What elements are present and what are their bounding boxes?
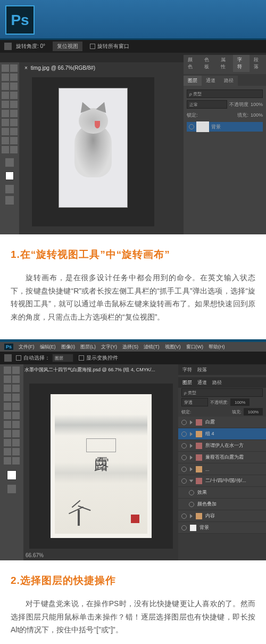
dodge-tool-icon[interactable] [4, 430, 11, 437]
eraser-tool-icon[interactable] [12, 412, 20, 419]
zoom-level[interactable]: 66.67% [26, 552, 44, 558]
layer-bg-2[interactable]: 背景 [178, 522, 266, 534]
fill-value-2[interactable]: 100% [244, 408, 263, 415]
visibility-icon[interactable] [181, 478, 187, 484]
dodge-tool-icon[interactable] [10, 119, 18, 126]
visibility-icon[interactable] [181, 420, 187, 425]
show-transform-checkbox[interactable] [79, 355, 84, 361]
eyedropper-tool-icon[interactable] [10, 83, 18, 90]
fill-value[interactable]: 100% [251, 112, 263, 118]
stamp-tool-icon[interactable] [12, 403, 20, 410]
layer-color-overlay[interactable]: 颜色叠加 [178, 499, 266, 510]
menu-window[interactable]: 窗口(W) [186, 344, 204, 350]
visibility-icon[interactable] [189, 502, 194, 507]
artboard-tool-icon[interactable] [12, 366, 20, 374]
blend-mode-2[interactable]: 穿透 [181, 398, 208, 406]
move-tool-icon[interactable] [2, 64, 9, 72]
stamp-tool-icon[interactable] [2, 101, 9, 108]
reset-view-button[interactable]: 复位视图 [53, 42, 82, 51]
visibility-icon[interactable] [181, 513, 187, 519]
heal-tool-icon[interactable] [2, 92, 9, 99]
screen-mode-icon[interactable] [5, 196, 14, 205]
visibility-icon[interactable] [189, 124, 194, 129]
wand-tool-icon[interactable] [10, 74, 18, 81]
hand-tool-icon[interactable] [2, 146, 9, 153]
edit-toolbar-icon[interactable] [5, 158, 14, 167]
chevron-down-icon[interactable] [189, 479, 194, 482]
path-tool-icon[interactable] [2, 137, 9, 144]
history-brush-icon[interactable] [4, 412, 11, 419]
brush-tool-icon[interactable] [4, 403, 11, 410]
canvas[interactable] [32, 77, 154, 226]
visibility-icon[interactable] [181, 467, 187, 472]
gradient-tool-icon[interactable] [4, 421, 11, 428]
tab-layers-2[interactable]: 图层 [182, 379, 192, 386]
chevron-right-icon[interactable] [190, 467, 193, 471]
brush-tool-icon[interactable] [10, 92, 18, 99]
tab-paragraph-2[interactable]: 段落 [197, 366, 207, 373]
shape-tool-icon[interactable] [4, 448, 11, 455]
chevron-right-icon[interactable] [190, 444, 193, 448]
history-brush-icon[interactable] [10, 101, 18, 108]
pen-tool-icon[interactable] [12, 430, 20, 437]
blur-tool-icon[interactable] [12, 421, 20, 428]
marquee-tool-icon[interactable] [4, 376, 11, 383]
kind-filter[interactable]: ρ 类型 [187, 89, 263, 98]
layer-suowei[interactable]: 所谓伊人在水一方 [178, 440, 266, 452]
pen-tool-icon[interactable] [2, 128, 9, 135]
tab-swatches[interactable]: 色板 [200, 55, 217, 72]
layer-bailu[interactable]: 白露 [178, 417, 266, 428]
opacity-value[interactable]: 100% [251, 102, 263, 107]
layer-background[interactable]: 背景 [187, 122, 263, 132]
layer-thumbnail[interactable] [196, 121, 209, 132]
chevron-right-icon[interactable] [190, 455, 193, 460]
auto-select-target[interactable]: 图层 [52, 354, 73, 362]
layer-effects[interactable]: 效果 [178, 487, 266, 499]
mask-mode-icon[interactable] [7, 485, 16, 493]
chevron-right-icon[interactable] [190, 432, 193, 436]
zoom-tool-icon[interactable] [10, 146, 18, 153]
visibility-icon[interactable] [181, 455, 187, 460]
mask-mode-icon[interactable] [5, 185, 14, 193]
menu-file[interactable]: 文件(F) [19, 344, 35, 350]
crop-tool-icon[interactable] [12, 385, 20, 392]
auto-select-checkbox[interactable] [16, 355, 21, 361]
lasso-tool-icon[interactable] [12, 376, 20, 383]
tab-channels-2[interactable]: 通道 [197, 379, 207, 386]
tab-color[interactable]: 颜色 [184, 55, 200, 72]
layer-content[interactable]: 内容 [178, 510, 266, 522]
foreground-swatch[interactable] [7, 470, 16, 480]
layer-jianjia[interactable]: 蒹葭苍苍白露为霜 [178, 452, 266, 463]
visibility-icon[interactable] [181, 431, 187, 437]
type-tool-icon[interactable] [10, 128, 18, 135]
tab-close-icon[interactable]: × [24, 65, 28, 71]
eraser-tool-icon[interactable] [2, 110, 9, 117]
document-tab-2[interactable]: 水墨中国风二十四节气白露海报.psd @ 66.7% (组 4, CMYK/..… [19, 364, 161, 375]
visibility-icon[interactable] [189, 490, 194, 495]
canvas-2[interactable]: 白露 [29, 384, 173, 549]
blur-tool-icon[interactable] [2, 119, 9, 126]
visibility-icon[interactable] [181, 525, 187, 531]
rotate-icon[interactable] [4, 43, 12, 50]
kind-filter-2[interactable]: ρ 类型 [181, 388, 263, 397]
chevron-right-icon[interactable] [190, 514, 193, 518]
heal-tool-icon[interactable] [12, 394, 20, 401]
eyedropper-tool-icon[interactable] [4, 394, 11, 401]
menu-image[interactable]: 图像(I) [61, 344, 76, 350]
layer-group4[interactable]: 组 4 [178, 428, 266, 440]
tab-character[interactable]: 字符 [233, 55, 250, 72]
rotate-all-checkbox[interactable] [90, 44, 95, 49]
gradient-tool-icon[interactable] [10, 110, 18, 117]
menu-filter[interactable]: 滤镜(T) [144, 344, 160, 350]
tab-paragraph[interactable]: 段落 [250, 55, 266, 72]
zoom-tool-icon[interactable] [12, 457, 20, 464]
shape-tool-icon[interactable] [10, 137, 18, 144]
type-tool-icon[interactable] [4, 439, 11, 446]
menu-edit[interactable]: 编辑(E) [40, 344, 56, 350]
hand-tool-icon[interactable] [12, 448, 20, 455]
crop-tool-icon[interactable] [2, 83, 9, 90]
path-tool-icon[interactable] [12, 439, 20, 446]
rotate-view-tool-icon[interactable] [4, 457, 11, 464]
move-tool-icon[interactable] [4, 366, 11, 374]
visibility-icon[interactable] [181, 443, 187, 449]
